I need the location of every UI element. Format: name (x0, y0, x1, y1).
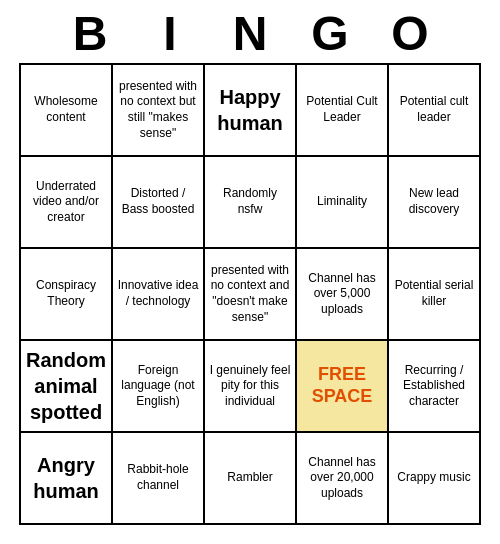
bingo-cell-11: Innovative idea / technology (113, 249, 205, 341)
bingo-cell-22: Rambler (205, 433, 297, 525)
bingo-cell-6: Distorted / Bass boosted (113, 157, 205, 249)
bingo-cell-17: I genuinely feel pity for this individua… (205, 341, 297, 433)
bingo-cell-23: Channel has over 20,000 uploads (297, 433, 389, 525)
title-o: O (370, 6, 450, 61)
title-i: I (130, 6, 210, 61)
bingo-grid: Wholesome contentpresented with no conte… (19, 63, 481, 525)
bingo-cell-24: Crappy music (389, 433, 481, 525)
bingo-title: B I N G O (20, 0, 480, 63)
bingo-cell-0: Wholesome content (21, 65, 113, 157)
title-b: B (50, 6, 130, 61)
bingo-cell-21: Rabbit-hole channel (113, 433, 205, 525)
bingo-cell-18: FREE SPACE (297, 341, 389, 433)
title-g: G (290, 6, 370, 61)
title-n: N (210, 6, 290, 61)
bingo-cell-4: Potential cult leader (389, 65, 481, 157)
bingo-cell-7: Randomly nsfw (205, 157, 297, 249)
bingo-cell-13: Channel has over 5,000 uploads (297, 249, 389, 341)
bingo-cell-5: Underrated video and/or creator (21, 157, 113, 249)
bingo-cell-15: Random animal spotted (21, 341, 113, 433)
bingo-cell-20: Angry human (21, 433, 113, 525)
bingo-cell-12: presented with no context and "doesn't m… (205, 249, 297, 341)
bingo-cell-9: New lead discovery (389, 157, 481, 249)
bingo-cell-1: presented with no context but still "mak… (113, 65, 205, 157)
bingo-cell-10: Conspiracy Theory (21, 249, 113, 341)
bingo-cell-2: Happy human (205, 65, 297, 157)
bingo-cell-16: Foreign language (not English) (113, 341, 205, 433)
bingo-cell-8: Liminality (297, 157, 389, 249)
bingo-cell-3: Potential Cult Leader (297, 65, 389, 157)
bingo-cell-14: Potential serial killer (389, 249, 481, 341)
bingo-cell-19: Recurring / Established character (389, 341, 481, 433)
